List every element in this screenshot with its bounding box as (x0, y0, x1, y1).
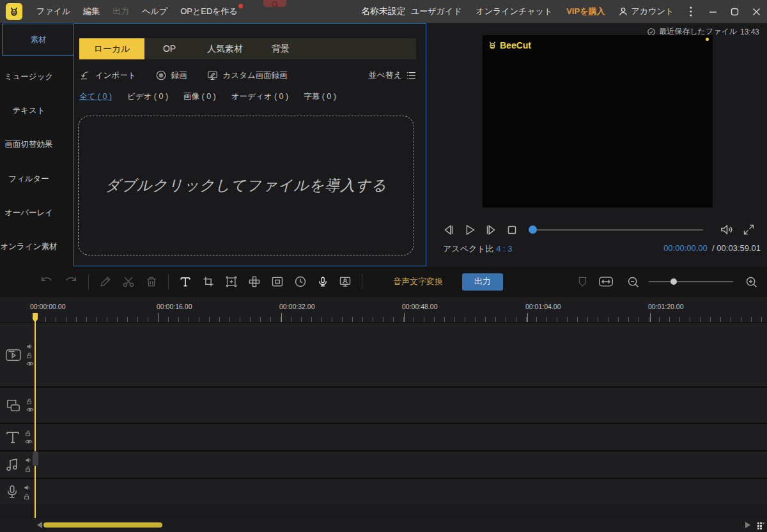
filter-image[interactable]: 画像 ( 0 ) (183, 91, 216, 102)
sidebar-item-media[interactable]: 素材 (2, 24, 74, 56)
library-tabs: ローカル OP 人気素材 背景 (79, 38, 416, 59)
voiceover-icon[interactable] (317, 275, 329, 288)
app-logo-icon (6, 3, 22, 20)
record-button[interactable]: 録画 (155, 70, 187, 81)
online-chat-link[interactable]: オンラインチャット (469, 0, 559, 23)
zoom-frame-icon[interactable] (225, 275, 238, 288)
menu-file[interactable]: ファイル (30, 0, 77, 23)
volume-button[interactable] (719, 222, 734, 237)
tab-background[interactable]: 背景 (256, 38, 306, 59)
fit-timeline-icon[interactable] (598, 275, 614, 288)
scroll-right-arrow[interactable] (745, 522, 750, 528)
overflow-menu-icon[interactable] (680, 0, 702, 23)
timeline-ruler[interactable]: 00:00:00.00 00:00:16.00 00:00:32.00 00:0… (0, 297, 767, 323)
sort-button[interactable]: 並べ替え (368, 70, 417, 81)
zoom-out-icon[interactable] (626, 275, 640, 289)
beecut-window: ファイル 編集 出力 ヘルプ OPとEDを作る 名称未設定 ユーザガイド オンラ… (0, 0, 767, 532)
menu-help[interactable]: ヘルプ (136, 0, 174, 23)
voice-track-header (0, 479, 35, 505)
library-filters: 全て ( 0 ) ビデオ ( 0 ) 画像 ( 0 ) オーディオ ( 0 ) … (79, 91, 336, 102)
prev-frame-button[interactable] (442, 223, 456, 237)
close-button[interactable] (745, 0, 767, 23)
account-button[interactable]: アカウント (612, 6, 680, 17)
video-track-icon (5, 348, 22, 362)
sidebar-item-music[interactable]: ミュージック (0, 72, 58, 82)
text-track (0, 424, 767, 450)
filter-subtitle[interactable]: 字幕 ( 0 ) (304, 91, 336, 102)
zoom-in-icon[interactable] (745, 275, 758, 289)
tab-local[interactable]: ローカル (79, 38, 144, 59)
filter-all[interactable]: 全て ( 0 ) (79, 91, 112, 102)
menu-edit[interactable]: 編集 (77, 0, 106, 23)
search-button[interactable] (263, 0, 286, 7)
custom-screen-record-button[interactable]: カスタム画面録画 (206, 70, 288, 81)
lock-toggle-icon[interactable] (25, 430, 31, 437)
sidebar-item-overlay[interactable]: オーバーレイ (0, 208, 58, 218)
volume-toggle-icon[interactable] (26, 343, 33, 350)
volume-toggle-icon[interactable] (24, 484, 31, 491)
seek-handle[interactable] (529, 225, 537, 234)
volume-toggle-icon[interactable] (25, 457, 32, 464)
split-icon[interactable] (122, 275, 135, 288)
duration-icon[interactable] (294, 275, 307, 288)
maximize-button[interactable] (724, 0, 745, 23)
visibility-toggle-icon[interactable] (26, 407, 34, 413)
filter-audio[interactable]: オーディオ ( 0 ) (231, 91, 288, 102)
seek-bar[interactable] (537, 229, 703, 231)
next-frame-button[interactable] (484, 223, 498, 237)
lock-toggle-icon[interactable] (26, 398, 33, 405)
export-button[interactable]: 出力 (462, 273, 503, 291)
import-dropzone[interactable]: ダブルクリックしてファイルを導入する (78, 116, 414, 255)
redo-icon[interactable] (64, 275, 78, 288)
player-controls (426, 222, 767, 238)
tracks-bottom-strip (0, 505, 767, 518)
menu-op-ed[interactable]: OPとEDを作る (174, 0, 244, 23)
sidebar-item-filter[interactable]: フィルター (0, 174, 58, 185)
picture-in-picture-icon[interactable] (271, 275, 284, 288)
ruler-ticks (35, 317, 767, 322)
titlebar: ファイル 編集 出力 ヘルプ OPとEDを作る 名称未設定 ユーザガイド オンラ… (0, 0, 767, 23)
edit-icon[interactable] (99, 275, 112, 288)
fullscreen-button[interactable] (742, 223, 755, 236)
lock-toggle-icon[interactable] (26, 352, 33, 359)
import-button[interactable]: インポート (79, 70, 136, 81)
sidebar-item-online[interactable]: オンライン素材 (0, 241, 58, 252)
stop-button[interactable] (505, 223, 519, 237)
resize-grip[interactable] (757, 528, 759, 529)
buy-vip-link[interactable]: VIPを購入 (559, 0, 612, 23)
account-icon (618, 6, 628, 17)
scrollbar-thumb[interactable] (43, 522, 162, 528)
marker-icon[interactable] (577, 276, 588, 288)
dropzone-hint: ダブルクリックしてファイルを導入する (105, 176, 387, 195)
lock-toggle-icon[interactable] (25, 466, 31, 473)
delete-icon[interactable] (145, 275, 158, 288)
play-button[interactable] (463, 223, 477, 237)
sidebar-item-text[interactable]: テキスト (0, 105, 58, 116)
undo-icon[interactable] (40, 275, 54, 288)
crop-tool-icon[interactable] (202, 275, 215, 288)
pip-track-header (0, 388, 35, 423)
playhead-line[interactable] (35, 313, 36, 518)
menu-export[interactable]: 出力 (106, 0, 136, 23)
bee-icon (488, 40, 498, 50)
visibility-toggle-icon[interactable] (26, 361, 34, 367)
visibility-toggle-icon[interactable] (25, 439, 33, 445)
music-track-header (0, 452, 35, 478)
user-guide-link[interactable]: ユーザガイド (404, 0, 469, 23)
sidebar-item-transition[interactable]: 画面切替効果 (0, 139, 58, 150)
zoom-slider-handle[interactable] (670, 278, 677, 285)
scroll-left-arrow[interactable] (37, 522, 42, 528)
tab-op[interactable]: OP (144, 38, 194, 59)
text-tool-icon[interactable] (179, 275, 192, 288)
speech-to-text-button[interactable]: 音声文字変換 (393, 276, 443, 287)
mosaic-tool-icon[interactable] (248, 275, 261, 288)
divider-handle[interactable] (33, 451, 38, 466)
minimize-button[interactable] (702, 0, 724, 23)
tab-popular[interactable]: 人気素材 (194, 38, 256, 59)
ruler-major-tick (404, 313, 405, 322)
lock-toggle-icon[interactable] (24, 493, 30, 500)
aspect-ratio-value[interactable]: 4 : 3 (496, 244, 512, 254)
timeline-zoom-slider[interactable] (649, 281, 733, 282)
screen-record-icon[interactable] (339, 275, 352, 288)
filter-video[interactable]: ビデオ ( 0 ) (127, 91, 168, 102)
